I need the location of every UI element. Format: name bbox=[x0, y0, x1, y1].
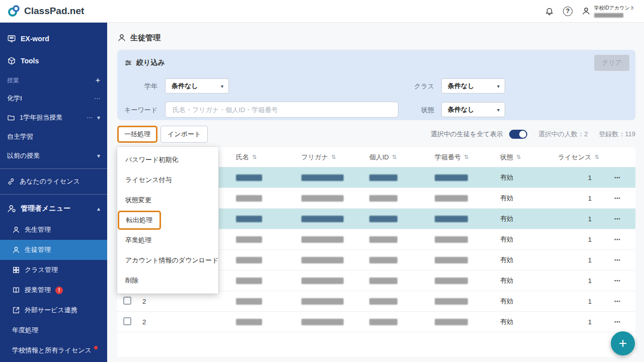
menu-item-transfer-out[interactable]: 転出処理 bbox=[117, 210, 218, 230]
notifications-bell-icon[interactable] bbox=[545, 7, 554, 16]
sidebar-section-classes: 授業 + bbox=[0, 72, 107, 89]
selected-count: 選択中の人数：2 bbox=[538, 130, 588, 139]
teacher-icon bbox=[12, 226, 20, 234]
status-cell: 有効 bbox=[494, 255, 552, 264]
grade-filter-label: 学年 bbox=[127, 82, 157, 91]
row-actions-menu[interactable]: ⋯ bbox=[600, 298, 635, 305]
sidebar-item-grade1-classes[interactable]: 1学年担当授業 ⋯ ▾ bbox=[0, 108, 107, 127]
app-logo[interactable]: ClassPad.net bbox=[7, 5, 84, 18]
menu-item-download-account-info[interactable]: アカウント情報のダウンロード bbox=[117, 250, 218, 270]
class-filter-dropdown[interactable]: 条件なし ▾ bbox=[441, 78, 505, 94]
sidebar-item-admin-menu[interactable]: 管理者メニュー ▴ bbox=[0, 198, 107, 220]
sort-icon: ⇅ bbox=[252, 154, 257, 160]
row-checkbox[interactable] bbox=[123, 317, 131, 325]
sidebar-divider bbox=[0, 168, 107, 169]
student-number-redacted bbox=[435, 257, 468, 263]
more-icon[interactable]: ⋯ bbox=[87, 114, 93, 121]
add-student-fab[interactable]: + bbox=[611, 331, 635, 355]
sidebar-item-student-management[interactable]: 生徒管理 bbox=[0, 240, 107, 260]
license-cell: 1 bbox=[552, 318, 600, 326]
column-header-license[interactable]: ライセンス⇅ bbox=[552, 153, 600, 162]
sidebar-item-previous-classes[interactable]: 以前の授業 ▾ bbox=[0, 146, 107, 165]
menu-item-password-reset[interactable]: パスワード初期化 bbox=[117, 150, 218, 170]
status-cell: 有効 bbox=[494, 214, 552, 223]
column-header-status[interactable]: 状態⇅ bbox=[494, 153, 552, 162]
furigana-redacted bbox=[301, 236, 344, 243]
help-icon[interactable]: ? bbox=[563, 7, 573, 16]
sidebar-item-school-info-licenses[interactable]: 学校情報と所有ライセンス bbox=[0, 340, 107, 360]
account-menu[interactable]: 学校IDアカウント bbox=[582, 5, 635, 18]
sidebar-item-class-management[interactable]: クラス管理 bbox=[0, 260, 107, 280]
furigana-redacted bbox=[301, 257, 344, 263]
row-actions-menu[interactable]: ⋯ bbox=[600, 195, 635, 202]
link-icon bbox=[7, 177, 15, 186]
column-header-furigana[interactable]: フリガナ⇅ bbox=[295, 153, 363, 162]
row-actions-menu[interactable]: ⋯ bbox=[600, 215, 635, 223]
sidebar-item-tools[interactable]: Tools bbox=[0, 50, 107, 72]
chevron-down-icon[interactable]: ▾ bbox=[97, 152, 100, 159]
menu-item-grant-license[interactable]: ライセンス付与 bbox=[117, 170, 218, 190]
menu-item-graduation[interactable]: 卒業処理 bbox=[117, 230, 218, 250]
sidebar-item-teacher-management[interactable]: 先生管理 bbox=[0, 220, 107, 240]
add-class-icon[interactable]: + bbox=[96, 76, 100, 85]
status-cell: 有効 bbox=[494, 235, 552, 244]
column-header-name[interactable]: 氏名⇅ bbox=[230, 153, 295, 162]
book-icon bbox=[12, 286, 20, 294]
status-filter-dropdown[interactable]: 条件なし ▾ bbox=[441, 102, 505, 117]
sidebar-item-exword[interactable]: EX-word bbox=[0, 28, 107, 50]
row-actions-menu[interactable]: ⋯ bbox=[600, 174, 635, 182]
row-actions-menu[interactable]: ⋯ bbox=[600, 277, 635, 285]
personal-id-redacted bbox=[369, 257, 397, 263]
account-type-label: 学校IDアカウント bbox=[594, 5, 635, 12]
menu-item-delete[interactable]: 削除 bbox=[117, 270, 218, 291]
account-name-redacted bbox=[594, 13, 623, 18]
clear-filter-button[interactable]: クリア bbox=[594, 55, 629, 71]
sidebar-item-course-management[interactable]: 授業管理 ! bbox=[0, 280, 107, 300]
personal-id-redacted bbox=[369, 174, 397, 181]
sidebar-item-chemistry1[interactable]: 化学Ⅰ ⋯ bbox=[0, 89, 107, 108]
caret-down-icon: ▾ bbox=[497, 83, 500, 89]
sidebar-item-year-processing[interactable]: 年度処理 bbox=[0, 320, 107, 340]
sort-icon: ⇅ bbox=[392, 154, 396, 160]
sidebar-item-external-services[interactable]: 外部サービス連携 bbox=[0, 300, 107, 320]
filter-title: 絞り込み bbox=[136, 58, 165, 67]
row-checkbox[interactable] bbox=[123, 297, 131, 305]
row-actions-menu[interactable]: ⋯ bbox=[600, 318, 635, 326]
furigana-redacted bbox=[301, 195, 344, 202]
sidebar: EX-word Tools 授業 + 化学Ⅰ ⋯ 1学年担当授業 ⋯ ▾ 自主学… bbox=[0, 23, 107, 362]
show-selected-toggle[interactable] bbox=[509, 130, 527, 139]
status-cell: 有効 bbox=[494, 194, 552, 203]
student-number-redacted bbox=[435, 319, 468, 325]
alert-badge: ! bbox=[55, 287, 63, 294]
status-cell: 有効 bbox=[494, 173, 552, 182]
sort-icon: ⇅ bbox=[516, 154, 521, 160]
bulk-actions-menu: パスワード初期化 ライセンス付与 状態変更 転出処理 卒業処理 アカウント情報の… bbox=[117, 147, 218, 294]
grade-filter-dropdown[interactable]: 条件なし ▾ bbox=[165, 78, 229, 94]
account-person-icon bbox=[582, 7, 591, 16]
more-icon[interactable]: ⋯ bbox=[94, 95, 100, 102]
chevron-down-icon[interactable]: ▾ bbox=[97, 114, 100, 121]
table-row[interactable]: 2 有効 1 ⋯ bbox=[117, 291, 635, 312]
keyword-search-input[interactable] bbox=[165, 102, 398, 118]
bulk-actions-button[interactable]: 一括処理 bbox=[117, 126, 157, 143]
student-number-redacted bbox=[435, 236, 468, 243]
sidebar-item-self-study[interactable]: 自主学習 bbox=[0, 127, 107, 146]
row-actions-menu[interactable]: ⋯ bbox=[600, 236, 635, 243]
import-button[interactable]: インポート bbox=[160, 126, 208, 143]
caret-down-icon: ▾ bbox=[497, 107, 500, 113]
notification-dot bbox=[94, 346, 98, 349]
column-header-personal-id[interactable]: 個人ID⇅ bbox=[363, 153, 429, 162]
student-number-redacted bbox=[435, 278, 468, 284]
sidebar-item-your-license[interactable]: あなたのライセンス bbox=[0, 172, 107, 191]
classpad-logo-icon bbox=[7, 5, 20, 18]
menu-item-change-status[interactable]: 状態変更 bbox=[117, 190, 218, 210]
logo-text: ClassPad.net bbox=[24, 6, 84, 17]
name-redacted bbox=[236, 319, 262, 325]
exword-icon bbox=[7, 34, 16, 43]
grade-cell: 2 bbox=[136, 318, 230, 326]
table-row[interactable]: 2 有効 1 ⋯ bbox=[117, 312, 635, 332]
row-actions-menu[interactable]: ⋯ bbox=[600, 256, 635, 264]
column-header-student-number[interactable]: 学籍番号⇅ bbox=[429, 153, 494, 162]
license-cell: 1 bbox=[552, 277, 600, 285]
chevron-up-icon[interactable]: ▴ bbox=[97, 205, 100, 212]
